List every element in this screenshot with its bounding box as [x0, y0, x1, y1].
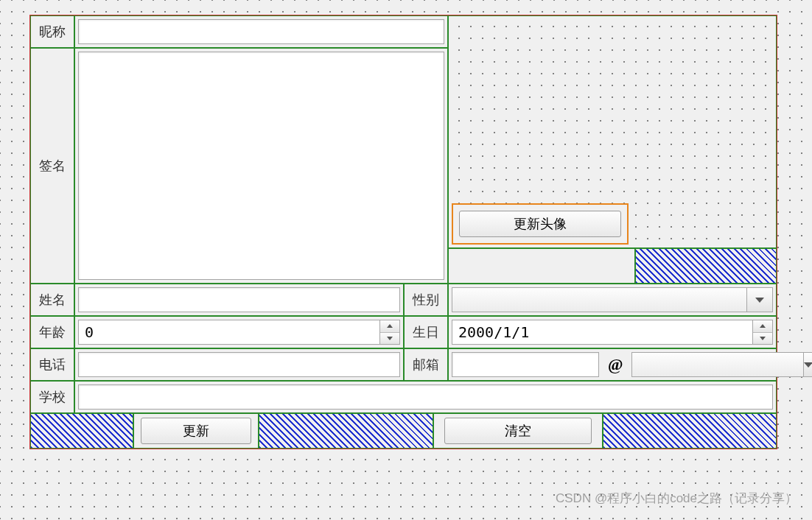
- avatar-preview-area: 更新头像: [448, 15, 777, 248]
- chevron-down-icon: [755, 298, 764, 303]
- nickname-input[interactable]: [78, 19, 444, 44]
- update-avatar-button[interactable]: 更新头像: [459, 211, 621, 237]
- phone-input[interactable]: [78, 352, 400, 377]
- age-down-button[interactable]: [380, 333, 399, 345]
- label-gender: 性别: [404, 284, 448, 316]
- signature-textarea[interactable]: [78, 52, 444, 280]
- birthday-down-button[interactable]: [753, 333, 772, 345]
- label-birthday: 生日: [404, 316, 448, 348]
- email-domain-dropdown-button[interactable]: [803, 352, 812, 377]
- label-phone: 电话: [30, 348, 74, 381]
- email-user-input[interactable]: [452, 352, 599, 377]
- watermark: CSDN @程序小白的code之路（记录分享）: [556, 490, 797, 507]
- chevron-down-icon: [760, 337, 766, 340]
- clear-button[interactable]: 清空: [444, 418, 592, 444]
- spacer: [30, 413, 133, 449]
- birthday-dateedit[interactable]: [452, 320, 773, 345]
- label-name: 姓名: [30, 284, 74, 316]
- avatar-btn-cell: [448, 248, 635, 284]
- name-input[interactable]: [78, 287, 400, 312]
- label-school: 学校: [30, 381, 74, 413]
- avatar-button-selection: 更新头像: [452, 203, 629, 245]
- gender-value[interactable]: [452, 287, 746, 312]
- birthday-input[interactable]: [452, 320, 752, 345]
- age-spinbox[interactable]: [78, 320, 400, 345]
- update-button[interactable]: 更新: [141, 418, 251, 444]
- birthday-up-button[interactable]: [753, 320, 772, 333]
- chevron-down-icon: [804, 362, 812, 368]
- label-email: 邮箱: [404, 348, 448, 381]
- label-signature: 签名: [30, 48, 74, 284]
- at-symbol: @: [602, 352, 629, 377]
- label-nickname: 昵称: [30, 15, 74, 48]
- chevron-down-icon: [387, 337, 393, 340]
- email-domain-combobox[interactable]: [631, 352, 742, 377]
- spacer: [259, 413, 433, 449]
- gender-combobox[interactable]: [452, 287, 773, 312]
- school-input[interactable]: [78, 384, 773, 410]
- form-layout: 昵称 签名 更新头像: [29, 15, 777, 449]
- chevron-up-icon: [387, 324, 393, 328]
- spacer: [635, 248, 777, 284]
- spacer: [603, 413, 777, 449]
- age-up-button[interactable]: [380, 320, 399, 333]
- label-age: 年龄: [30, 316, 74, 348]
- age-input[interactable]: [78, 320, 379, 345]
- chevron-up-icon: [760, 324, 766, 328]
- gender-dropdown-button[interactable]: [746, 287, 773, 312]
- email-domain-value[interactable]: [631, 352, 803, 377]
